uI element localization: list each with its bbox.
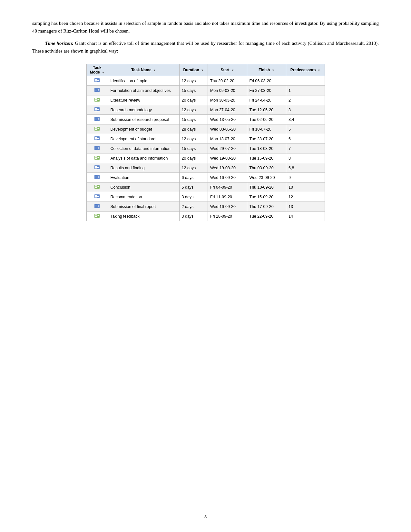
- predecessors-cell: 3,4: [286, 115, 325, 124]
- predecessors-cell: 9: [286, 173, 325, 182]
- start-arrow[interactable]: ▼: [231, 69, 234, 72]
- task-mode-icon: [94, 193, 100, 200]
- start-cell: Mon 09-03-20: [208, 86, 247, 95]
- bold-italic-label: Time horizon:: [45, 41, 73, 46]
- duration-cell: 12 days: [179, 163, 208, 173]
- svg-rect-49: [95, 195, 97, 196]
- task-mode-icon: [94, 77, 100, 84]
- task-mode-arrow[interactable]: ▼: [102, 71, 104, 74]
- start-cell: Wed 16-09-20: [208, 202, 247, 212]
- duration-cell: 12 days: [179, 76, 208, 86]
- task-mode-cell: [86, 192, 108, 202]
- duration-cell: 15 days: [179, 86, 208, 95]
- table-row: Results and finding12 daysWed 19-08-20Th…: [86, 163, 325, 173]
- svg-rect-30: [95, 148, 98, 149]
- table-row: Recommendation3 daysFri 11-09-20Tue 15-0…: [86, 192, 325, 202]
- predecessors-cell: 13: [286, 202, 325, 212]
- header-duration[interactable]: Duration ▼: [179, 64, 208, 76]
- finish-arrow[interactable]: ▼: [272, 69, 275, 72]
- finish-cell: Tue 22-09-20: [247, 212, 286, 221]
- header-task-name-label: Task Name: [131, 68, 151, 72]
- task-name-cell: Research methodology: [108, 105, 179, 115]
- table-row: Formulation of aim and objectives15 days…: [86, 86, 325, 95]
- svg-rect-37: [95, 166, 97, 167]
- task-mode-icon: [94, 116, 100, 123]
- task-mode-cell: [86, 153, 108, 163]
- table-row: Analysis of data and information20 daysW…: [86, 153, 325, 163]
- svg-rect-34: [95, 158, 98, 158]
- task-name-cell: Literature review: [108, 95, 179, 105]
- svg-rect-25: [95, 137, 97, 138]
- finish-cell: Fri 27-03-20: [247, 86, 286, 95]
- duration-cell: 2 days: [179, 202, 208, 212]
- task-mode-icon: [94, 106, 100, 113]
- svg-rect-45: [95, 185, 97, 186]
- svg-rect-9: [95, 98, 97, 99]
- paragraph-1: sampling has been chosen because it assi…: [32, 19, 379, 35]
- task-mode-cell: [86, 86, 108, 95]
- start-cell: Mon 30-03-20: [208, 95, 247, 105]
- svg-rect-46: [95, 187, 98, 187]
- header-task-mode[interactable]: TaskMode ▼: [86, 64, 108, 76]
- header-predecessors[interactable]: Predecessors ▼: [286, 64, 325, 76]
- finish-cell: Tue 15-09-20: [247, 192, 286, 202]
- svg-rect-55: [95, 207, 97, 207]
- gantt-table: TaskMode ▼ Task Name ▼ Duration ▼ Start …: [86, 64, 325, 221]
- task-name-arrow[interactable]: ▼: [153, 69, 156, 72]
- para2-text: Gantt chart is an effective toll of time…: [32, 41, 379, 54]
- duration-cell: 12 days: [179, 105, 208, 115]
- task-name-cell: Collection of data and information: [108, 144, 179, 153]
- task-name-cell: Development of standard: [108, 134, 179, 144]
- task-mode-icon: [94, 126, 100, 133]
- svg-rect-6: [95, 90, 98, 91]
- header-duration-label: Duration: [183, 68, 199, 72]
- predecessors-cell: 7: [286, 144, 325, 153]
- svg-rect-18: [95, 119, 98, 120]
- finish-cell: Thu 10-09-20: [247, 182, 286, 192]
- header-task-name[interactable]: Task Name ▼: [108, 64, 179, 76]
- task-mode-icon: [94, 145, 100, 152]
- predecessors-cell: 12: [286, 192, 325, 202]
- duration-arrow[interactable]: ▼: [201, 69, 204, 72]
- svg-rect-58: [95, 216, 98, 216]
- task-name-cell: Conclusion: [108, 182, 179, 192]
- duration-cell: 12 days: [179, 134, 208, 144]
- table-header-row: TaskMode ▼ Task Name ▼ Duration ▼ Start …: [86, 64, 325, 76]
- svg-rect-41: [95, 176, 97, 176]
- finish-cell: Thu 03-09-20: [247, 163, 286, 173]
- predecessors-cell: 6: [286, 134, 325, 144]
- start-cell: Mon 13-07-20: [208, 134, 247, 144]
- para1-text: sampling has been chosen because it assi…: [32, 21, 379, 34]
- svg-rect-14: [95, 109, 98, 110]
- task-name-cell: Submission of final report: [108, 202, 179, 212]
- page-number: 8: [0, 514, 411, 519]
- duration-cell: 6 days: [179, 173, 208, 182]
- finish-cell: Thu 17-09-20: [247, 202, 286, 212]
- task-mode-cell: [86, 134, 108, 144]
- table-row: Development of budget28 daysWed 03-06-20…: [86, 124, 325, 134]
- svg-rect-2: [95, 80, 98, 81]
- header-finish[interactable]: Finish ▼: [247, 64, 286, 76]
- header-task-mode-label: TaskMode: [90, 65, 102, 74]
- table-row: Evaluation6 daysWed 16-09-20Wed 23-09-20…: [86, 173, 325, 182]
- start-cell: Fri 04-09-20: [208, 182, 247, 192]
- svg-rect-38: [95, 167, 98, 168]
- task-name-cell: Development of budget: [108, 124, 179, 134]
- svg-rect-22: [95, 129, 98, 129]
- start-cell: Wed 19-08-20: [208, 163, 247, 173]
- task-mode-icon: [94, 164, 100, 171]
- svg-rect-33: [95, 156, 97, 157]
- predecessors-cell: 14: [286, 212, 325, 221]
- task-name-cell: Formulation of aim and objectives: [108, 86, 179, 95]
- svg-rect-31: [95, 149, 97, 149]
- predecessors-arrow[interactable]: ▼: [318, 69, 320, 72]
- header-predecessors-label: Predecessors: [290, 68, 316, 72]
- finish-cell: Tue 02-06-20: [247, 115, 286, 124]
- svg-rect-39: [95, 168, 97, 169]
- table-row: Identification of topic12 daysThu 20-02-…: [86, 76, 325, 86]
- svg-rect-57: [95, 214, 97, 215]
- svg-rect-29: [95, 147, 97, 147]
- finish-cell: Tue 28-07-20: [247, 134, 286, 144]
- header-start[interactable]: Start ▼: [208, 64, 247, 76]
- svg-rect-23: [95, 129, 97, 130]
